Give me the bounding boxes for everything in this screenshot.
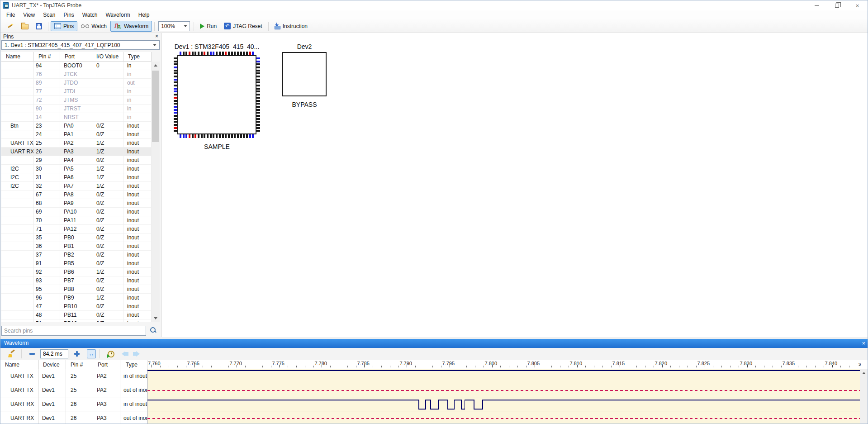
pin-row-PA11[interactable]: 70PA110/Zinout (1, 216, 152, 225)
chip-pin[interactable] (174, 91, 177, 92)
pin-row-PB9[interactable]: 96PB91/Zinout (1, 294, 152, 302)
pins-column-header[interactable]: Name (1, 52, 34, 62)
waveform-column-header[interactable]: Port (93, 360, 120, 369)
chip-pin[interactable] (256, 109, 260, 111)
menu-view[interactable]: View (19, 11, 39, 19)
pin-row-PA8[interactable]: 67PA80/Zinout (1, 191, 152, 199)
pin-row-BOOT0[interactable]: 94BOOT00in (1, 62, 152, 70)
chip-pin[interactable] (216, 134, 218, 138)
chip-pin[interactable] (174, 130, 177, 132)
chip-pin[interactable] (231, 52, 233, 55)
chip-pin[interactable] (174, 109, 177, 111)
chip-pin[interactable] (201, 52, 203, 55)
chip-pin[interactable] (174, 88, 177, 90)
pins-column-header[interactable]: I/O Value (93, 52, 123, 62)
chip-pin[interactable] (210, 52, 212, 55)
chip-pin[interactable] (243, 52, 245, 55)
chip-pin[interactable] (174, 97, 177, 99)
pin-row-PA12[interactable]: 71PA120/Zinout (1, 225, 152, 233)
chip-pin[interactable] (204, 52, 205, 55)
chip-pin[interactable] (207, 134, 209, 138)
chip-pin[interactable] (194, 52, 196, 55)
chip-pin[interactable] (201, 134, 203, 138)
waveform-row-PA2-in[interactable]: UART TXDev125PA2in of inout (0, 369, 147, 383)
chip-pin[interactable] (256, 124, 260, 126)
chip-pin[interactable] (192, 52, 194, 55)
chip-pin[interactable] (237, 134, 239, 138)
pin-row-PA1[interactable]: 24PA10/Zinout (1, 130, 152, 139)
chip-pin[interactable] (256, 97, 260, 99)
chip-pin[interactable] (225, 52, 227, 55)
chip-pin[interactable] (256, 85, 260, 86)
pin-row-PA10[interactable]: 69PA100/Zinout (1, 208, 152, 216)
chip-pin[interactable] (228, 52, 230, 55)
chip-pin[interactable] (240, 52, 242, 55)
chip-pin[interactable] (256, 70, 260, 71)
save-project-button[interactable] (32, 21, 46, 31)
chip-pin[interactable] (222, 52, 224, 55)
pin-row-PA4[interactable]: 29PA40/Zinout (1, 156, 152, 165)
chip-pin[interactable] (183, 134, 185, 138)
chip-pin[interactable] (256, 118, 260, 120)
pins-column-header[interactable]: Pin # (34, 52, 60, 62)
chip-pin[interactable] (174, 81, 177, 83)
chip-pin[interactable] (243, 134, 245, 138)
pin-row-PB0[interactable]: 35PB00/Zinout (1, 233, 152, 242)
watch-toggle-button[interactable]: Watch (77, 21, 110, 31)
pins-panel-close-button[interactable]: × (155, 33, 158, 39)
probe-wand-button[interactable] (3, 21, 18, 32)
chip-pin[interactable] (174, 100, 177, 102)
chip-pin[interactable] (252, 134, 254, 138)
chip-pin[interactable] (174, 103, 177, 105)
chip-pin[interactable] (174, 79, 177, 81)
chip-pin[interactable] (192, 134, 194, 138)
jtag-reset-button[interactable]: ↶ JTAG Reset (220, 21, 266, 31)
chip-pin[interactable] (174, 106, 177, 108)
dev1-chip[interactable] (174, 52, 260, 138)
chip-pin[interactable] (185, 134, 187, 138)
chip-pin[interactable] (256, 76, 260, 77)
menu-waveform[interactable]: Waveform (101, 11, 134, 19)
chip-pin[interactable] (225, 134, 227, 138)
zoom-out-time-button[interactable] (24, 351, 40, 357)
chip-pin[interactable] (174, 118, 177, 120)
chip-pin[interactable] (256, 91, 260, 92)
chip-pin[interactable] (174, 121, 177, 123)
pin-row-PA9[interactable]: 68PA90/Zinout (1, 199, 152, 208)
chip-pin[interactable] (249, 134, 251, 138)
chip-pin[interactable] (237, 52, 239, 55)
chip-pin[interactable] (256, 100, 260, 102)
chip-pin[interactable] (174, 112, 177, 114)
chip-pin[interactable] (219, 134, 221, 138)
pin-row-PB7[interactable]: 93PB70/Zinout (1, 276, 152, 285)
pin-row-PB11[interactable]: 48PB110/Zinout (1, 311, 152, 319)
signal-lane[interactable] (148, 369, 860, 383)
signal-lane[interactable] (148, 383, 860, 397)
chip-pin[interactable] (174, 85, 177, 86)
chip-pin[interactable] (219, 52, 221, 55)
chip-pin[interactable] (174, 76, 177, 77)
chip-pin[interactable] (174, 94, 177, 95)
close-button[interactable]: × (847, 0, 868, 10)
chip-pin[interactable] (198, 134, 199, 138)
waveform-column-header[interactable]: Name (0, 360, 39, 369)
chip-pin[interactable] (256, 121, 260, 123)
scroll-up-arrow[interactable] (152, 62, 160, 69)
pins-scrollbar[interactable] (152, 62, 160, 322)
waveform-column-header[interactable]: Device (39, 360, 66, 369)
pin-row-PB5[interactable]: 91PB50/Zinout (1, 259, 152, 268)
pin-row-PB6[interactable]: 92PB61/Zinout (1, 268, 152, 276)
clear-waveform-button[interactable] (4, 348, 19, 360)
menu-watch[interactable]: Watch (78, 11, 102, 19)
waveform-column-header[interactable]: Type (120, 360, 147, 369)
menu-help[interactable]: Help (134, 11, 154, 19)
chip-pin[interactable] (246, 134, 248, 138)
restore-button[interactable] (827, 0, 847, 10)
pin-row-JTDI[interactable]: 77JTDIin (1, 87, 152, 96)
chip-pin[interactable] (256, 81, 260, 83)
chip-pin[interactable] (198, 52, 199, 55)
signal-lane[interactable] (148, 397, 860, 411)
chip-pin[interactable] (249, 52, 251, 55)
pins-column-header[interactable]: Port (60, 52, 93, 62)
pin-row-JTMS[interactable]: 72JTMSin (1, 96, 152, 105)
